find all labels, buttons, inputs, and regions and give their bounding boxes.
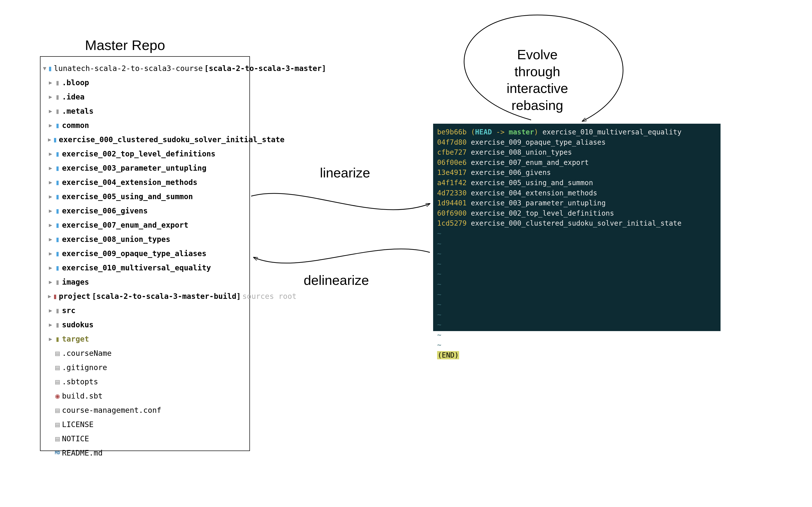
tree-item-label: project [59, 289, 90, 303]
ref-arrow: -> [492, 128, 508, 136]
tree-item-label: exercise_004_extension_methods [62, 175, 198, 189]
tree-item-label: .metals [62, 104, 94, 118]
tree-item[interactable]: ▶▮images [43, 275, 247, 289]
master-repo-title: Master Repo [85, 37, 165, 53]
chevron-right-icon: ▶ [48, 206, 53, 216]
folder-icon: ▮ [54, 275, 60, 289]
folder-icon: ▮ [54, 303, 60, 318]
chevron-right-icon: ▶ [48, 134, 51, 145]
tree-item[interactable]: ▤NOTICE [43, 432, 247, 446]
tree-item[interactable]: ▶▮exercise_003_parameter_untupling [43, 161, 247, 175]
commit-hash: cfbe727 [437, 148, 467, 156]
git-log-line: 4d72330 exercise_004_extension_methods [437, 188, 716, 199]
pager-empty-line: ~ [437, 229, 716, 239]
folder-icon: ▮ [54, 204, 60, 218]
tree-root[interactable]: ▼ ▮ lunatech-scala-2-to-scala3-course [s… [43, 61, 247, 75]
folder-icon: ▮ [54, 189, 60, 204]
folder-icon: ▮ [54, 332, 60, 346]
tree-item-label: build.sbt [62, 389, 103, 403]
folder-icon: ▮ [53, 289, 57, 303]
commit-hash: 04f7d80 [437, 138, 467, 147]
tree-item[interactable]: ▶▮project [scala-2-to-scala-3-master-bui… [43, 289, 247, 303]
commit-hash: 06f00e6 [437, 158, 467, 167]
git-log-line: cfbe727 exercise_008_union_types [437, 148, 716, 158]
tree-item[interactable]: ▶▮exercise_008_union_types [43, 232, 247, 246]
chevron-right-icon: ▶ [48, 263, 53, 273]
commit-message: exercise_009_opaque_type_aliases [471, 138, 606, 147]
file-icon: ◉ [54, 389, 60, 403]
pager-end-marker: (END) [437, 350, 716, 360]
pager-empty-line: ~ [437, 299, 716, 310]
head-ref: HEAD [475, 128, 492, 136]
tree-item[interactable]: ▤LICENSE [43, 417, 247, 432]
tree-item[interactable]: ▶▮.bloop [43, 75, 247, 90]
tree-item-label: exercise_003_parameter_untupling [62, 161, 206, 175]
commit-hash: 60f6900 [437, 209, 467, 217]
pager-empty-line: ~ [437, 269, 716, 279]
chevron-right-icon: ▶ [48, 149, 53, 159]
tree-item[interactable]: ▶▮.idea [43, 90, 247, 104]
tree-item[interactable]: ▶▮sudokus [43, 318, 247, 332]
folder-icon: ▮ [54, 147, 60, 161]
pager-empty-line: ~ [437, 340, 716, 350]
tree-item[interactable]: ▤course-management.conf [43, 403, 247, 417]
git-log-line: 60f6900 exercise_002_top_level_definitio… [437, 208, 716, 219]
folder-icon: ▮ [53, 132, 57, 147]
tree-item[interactable]: ▶▮src [43, 303, 247, 318]
tree-item[interactable]: ▶▮exercise_005_using_and_summon [43, 189, 247, 204]
file-tree-panel: ▼ ▮ lunatech-scala-2-to-scala3-course [s… [40, 56, 250, 451]
tree-item[interactable]: ▶▮exercise_007_enum_and_export [43, 218, 247, 232]
delinearize-label: delinearize [304, 272, 369, 288]
tree-item[interactable]: ▶▮.metals [43, 104, 247, 118]
tree-item[interactable]: ▶▮exercise_010_multiversal_equality [43, 261, 247, 275]
tree-item-label: exercise_008_union_types [62, 232, 170, 246]
linearize-label: linearize [320, 165, 370, 180]
file-icon: ▤ [54, 360, 60, 375]
pager-empty-line: ~ [437, 249, 716, 259]
file-icon: ▤ [54, 432, 60, 446]
commit-message: exercise_006_givens [471, 168, 551, 177]
tree-item[interactable]: ▶▮target [43, 332, 247, 346]
tree-item-label: src [62, 303, 75, 318]
tree-item-label: sudokus [62, 318, 94, 332]
folder-icon: ▮ [54, 175, 60, 189]
tree-item-label: exercise_002_top_level_definitions [62, 147, 215, 161]
folder-icon: ▮ [54, 104, 60, 118]
tree-item[interactable]: MDREADME.md [43, 446, 247, 460]
tree-item-label: .courseName [62, 346, 112, 360]
git-log-line: 1d94401 exercise_003_parameter_untupling [437, 198, 716, 208]
tree-item-label: target [62, 332, 89, 346]
commit-message: exercise_005_using_and_summon [471, 179, 593, 187]
pager-empty-line: ~ [437, 320, 716, 330]
pager-empty-line: ~ [437, 330, 716, 340]
tree-item-label: common [62, 118, 89, 132]
tree-item[interactable]: ▤.sbtopts [43, 375, 247, 389]
tree-item[interactable]: ▶▮exercise_000_clustered_sudoku_solver_i… [43, 132, 247, 147]
tree-item-label: exercise_009_opaque_type_aliases [62, 246, 206, 261]
commit-message: exercise_003_parameter_untupling [471, 199, 606, 207]
tree-item[interactable]: ▶▮exercise_006_givens [43, 204, 247, 218]
folder-icon: ▮ [54, 261, 60, 275]
folder-icon: ▮ [54, 161, 60, 175]
tree-item[interactable]: ▤.courseName [43, 346, 247, 360]
tree-item-label: course-management.conf [62, 403, 161, 417]
tree-item[interactable]: ▶▮exercise_002_top_level_definitions [43, 147, 247, 161]
tree-item[interactable]: ▤.gitignore [43, 360, 247, 375]
commit-hash: 1d94401 [437, 199, 467, 207]
tree-item-label: .sbtopts [62, 375, 98, 389]
tree-item-label: .gitignore [62, 360, 107, 375]
tree-item[interactable]: ▶▮exercise_004_extension_methods [43, 175, 247, 189]
tree-item[interactable]: ▶▮common [43, 118, 247, 132]
tree-item-bracket: [scala-2-to-scala-3-master-build] [92, 289, 241, 303]
git-log-line: 04f7d80 exercise_009_opaque_type_aliases [437, 137, 716, 148]
folder-icon: ▮ [48, 61, 52, 75]
tree-item[interactable]: ▶▮exercise_009_opaque_type_aliases [43, 246, 247, 261]
tree-item[interactable]: ◉build.sbt [43, 389, 247, 403]
file-icon: ▤ [54, 403, 60, 417]
pager-empty-line: ~ [437, 259, 716, 269]
chevron-down-icon: ▼ [43, 63, 46, 74]
delinearize-arrow [254, 249, 430, 263]
file-icon: ▤ [54, 375, 60, 389]
commit-hash: 13e4917 [437, 168, 467, 177]
chevron-right-icon: ▶ [48, 163, 53, 173]
